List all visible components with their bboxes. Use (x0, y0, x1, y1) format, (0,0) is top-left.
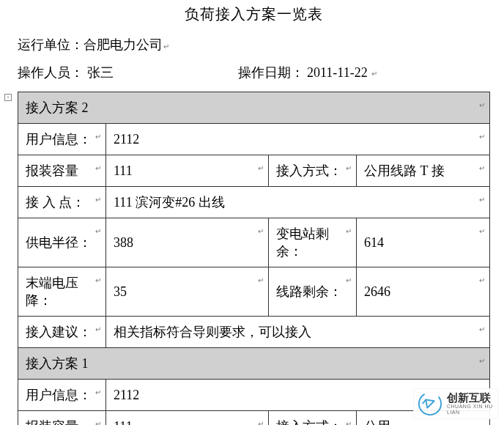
access-mode-value: 公用线路 T 接 (364, 163, 445, 178)
meta-date-label: 操作日期： (238, 65, 304, 80)
meta-operator-line: 操作人员： 张三 操作日期： 2011-11-22 ↵ (18, 64, 489, 81)
table-row: 接入建议：↵ 相关指标符合导则要求，可以接入↵ (18, 317, 490, 348)
table-row: 报装容量↵ 111↵ 接入方式：↵ 公用线路 T 接↵ (18, 155, 490, 187)
return-mark-icon: ↵ (163, 42, 169, 51)
suggestion-label: 接入建议： (26, 325, 92, 339)
watermark: 创新互联 CHUANG XIN HU LIAN (413, 388, 498, 419)
table-row: 接 入 点：↵ 111 滨河变#26 出线↵ (18, 187, 490, 218)
table-section-heading: 接入方案 2 ↵ (18, 92, 490, 124)
user-info-value: 2112 (114, 388, 139, 402)
plan-table: 接入方案 2 ↵ 用户信息：↵ 2112↵ 报装容量↵ 111↵ 接入方式：↵ … (18, 92, 490, 425)
supply-radius-label: 供电半径： (26, 235, 92, 250)
watermark-brand-cn: 创新互联 (447, 392, 494, 404)
document-title: 负荷接入方案一览表 (18, 0, 489, 26)
table-row: 供电半径：↵ 388↵ 变电站剩余：↵ 614↵ (18, 218, 490, 267)
substation-remaining-value: 614 (364, 235, 384, 250)
return-mark-icon: ↵ (94, 227, 101, 235)
watermark-brand-en: CHUANG XIN HU LIAN (447, 404, 494, 415)
line-remaining-value: 2646 (364, 284, 390, 299)
return-mark-icon: ↵ (257, 164, 264, 172)
access-mode-label: 接入方式： (276, 163, 342, 178)
return-mark-icon: ↵ (94, 133, 101, 141)
capacity-label: 报装容量 (26, 163, 78, 178)
table-row: 末端电压降：↵ 35↵ 线路剩余：↵ 2646↵ (18, 267, 490, 317)
return-mark-icon: ↵ (478, 133, 485, 141)
return-mark-icon: ↵ (478, 325, 485, 333)
table-row: 用户信息：↵ 2112↵ (18, 124, 490, 155)
return-mark-icon: ↵ (257, 276, 264, 284)
user-info-label: 用户信息： (26, 388, 92, 402)
return-mark-icon: ↵ (94, 388, 101, 396)
return-mark-icon: ↵ (371, 70, 377, 78)
return-mark-icon: ↵ (345, 420, 352, 425)
return-mark-icon: ↵ (345, 227, 352, 235)
meta-date-value: 2011-11-22 (307, 65, 368, 80)
meta-unit-label: 运行单位： (18, 36, 84, 53)
meta-unit-value: 合肥电力公司 (84, 36, 163, 53)
access-mode-label: 接入方式： (276, 419, 342, 425)
return-mark-icon: ↵ (94, 325, 101, 333)
section-heading-text: 接入方案 1 (26, 356, 89, 371)
return-mark-icon: ↵ (345, 276, 352, 284)
capacity-label: 报装容量 (26, 419, 78, 425)
meta-operator-label: 操作人员： (18, 65, 84, 80)
return-mark-icon: ↵ (257, 227, 264, 235)
meta-unit-line: 运行单位： 合肥电力公司 ↵ (18, 36, 489, 53)
table-anchor-icon (4, 94, 12, 101)
return-mark-icon: ↵ (94, 276, 101, 284)
user-info-label: 用户信息： (26, 132, 92, 147)
table-section-heading: 接入方案 1 ↵ (18, 348, 490, 380)
section-heading-text: 接入方案 2 (26, 100, 89, 115)
meta-operator-value: 张三 (87, 65, 114, 80)
return-mark-icon: ↵ (94, 196, 101, 204)
return-mark-icon: ↵ (478, 164, 485, 172)
return-mark-icon: ↵ (345, 164, 352, 172)
capacity-value: 111 (114, 419, 133, 426)
user-info-value: 2112 (114, 132, 139, 147)
return-mark-icon: ↵ (478, 196, 485, 204)
return-mark-icon: ↵ (478, 276, 485, 284)
access-point-label: 接 入 点： (26, 195, 85, 210)
return-mark-icon: ↵ (478, 101, 485, 109)
substation-remaining-label: 变电站剩余： (276, 226, 329, 259)
access-mode-value: 公用 (364, 419, 390, 425)
return-mark-icon: ↵ (478, 357, 485, 365)
return-mark-icon: ↵ (94, 164, 101, 172)
return-mark-icon: ↵ (257, 420, 264, 425)
access-point-value: 111 滨河变#26 出线 (114, 195, 225, 210)
end-voltage-drop-label: 末端电压降： (26, 276, 78, 308)
supply-radius-value: 388 (114, 235, 133, 250)
svg-point-0 (418, 391, 442, 416)
end-voltage-drop-value: 35 (114, 284, 127, 299)
return-mark-icon: ↵ (94, 420, 101, 425)
return-mark-icon: ↵ (478, 227, 485, 235)
capacity-value: 111 (114, 163, 133, 178)
line-remaining-label: 线路剩余： (276, 284, 342, 299)
suggestion-value: 相关指标符合导则要求，可以接入 (114, 325, 311, 339)
brand-logo-icon (418, 391, 442, 416)
